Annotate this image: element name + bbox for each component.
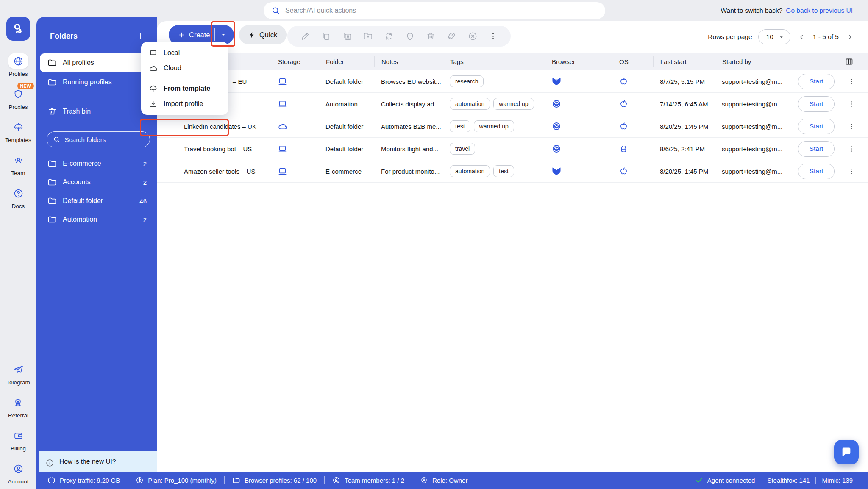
row-menu-button[interactable] [846, 121, 857, 132]
rail-label-proxies: Proxies [8, 104, 28, 110]
sidebar-item-all-profiles[interactable]: All profiles [40, 53, 157, 72]
rail-item-team[interactable]: Team [8, 153, 28, 176]
table-row[interactable]: LinkedIn candidates – UK Default folder … [157, 115, 868, 138]
kebab-icon [847, 145, 855, 153]
folder-name: Default folder [63, 197, 103, 205]
menu-item-import-profile[interactable]: Import profile [141, 96, 228, 111]
start-button[interactable]: Start [798, 164, 835, 179]
folder-search-input[interactable] [64, 136, 144, 143]
column-header-storage[interactable]: Storage [271, 56, 319, 67]
mimic-icon [551, 144, 562, 154]
multilogin-logo[interactable] [6, 17, 30, 41]
profile-name: Travel booking bot – US [157, 145, 271, 153]
menu-item-from-template[interactable]: From template [141, 81, 228, 96]
traffic-icon [47, 476, 56, 484]
rail-item-docs[interactable]: Docs [8, 186, 28, 209]
delete-icon[interactable] [424, 30, 437, 43]
stat-text: Proxy traffic: 9.20 GB [60, 477, 120, 484]
sidebar-item-trash-bin[interactable]: Trash bin [40, 102, 157, 121]
launch-rocket-icon[interactable] [445, 30, 458, 43]
rail-item-billing[interactable]: Billing [8, 428, 28, 452]
edit-icon[interactable] [299, 30, 312, 43]
row-menu-button[interactable] [846, 166, 857, 177]
folder-name: E-commerce [63, 160, 101, 167]
start-button[interactable]: Start [798, 141, 835, 157]
status-bar: Proxy traffic: 9.20 GB Plan: Pro_100 (mo… [36, 472, 868, 489]
template-globe-icon [13, 122, 24, 133]
sidebar-item-running-profiles[interactable]: Running profiles [40, 73, 157, 92]
sidebar-folder-ecommerce[interactable]: E-commerce 2 [36, 154, 157, 173]
sync-icon[interactable] [382, 30, 395, 43]
next-page-button[interactable] [845, 32, 855, 42]
rail-item-telegram[interactable]: Telegram [6, 362, 30, 386]
profile-notes: Collects display ad... [374, 100, 443, 108]
rows-per-page-select[interactable]: 10 [758, 29, 790, 44]
column-header-tags[interactable]: Tags [443, 56, 545, 67]
menu-item-cloud[interactable]: Cloud [141, 61, 228, 76]
profile-last-start: 8/6/25, 2:41 PM [653, 145, 715, 153]
rail-label-profiles: Profiles [8, 71, 28, 77]
folder-search[interactable] [47, 131, 150, 147]
sidebar-folder-accounts[interactable]: Accounts 2 [36, 173, 157, 192]
table-row[interactable]: – EU Default folder Browses EU websit...… [157, 70, 868, 93]
row-menu-button[interactable] [846, 76, 857, 87]
table-row[interactable]: Travel booking bot – US Default folder M… [157, 138, 868, 160]
columns-icon[interactable] [845, 57, 854, 66]
previous-page-button[interactable] [796, 32, 807, 42]
sidebar-folder-default[interactable]: Default folder 46 [36, 192, 157, 210]
add-folder-button[interactable] [135, 31, 146, 42]
quick-button[interactable]: Quick [239, 25, 287, 44]
create-dropdown-toggle[interactable] [215, 32, 232, 38]
column-header-browser[interactable]: Browser [545, 56, 612, 67]
duplicate-icon[interactable] [320, 30, 333, 43]
top-bar: Want to switch back? Go back to previous… [157, 0, 868, 21]
start-button[interactable]: Start [798, 96, 835, 112]
column-header-os[interactable]: OS [612, 56, 653, 67]
menu-item-label: Import profile [164, 100, 203, 108]
team-icon [13, 155, 24, 166]
sidebar-item-label: Running profiles [63, 78, 112, 86]
column-header-last-start[interactable]: Last start [653, 56, 715, 67]
rail-item-templates[interactable]: Templates [5, 119, 31, 143]
rail-item-proxies[interactable]: NEW Proxies [8, 86, 28, 110]
laptop-icon [278, 99, 287, 109]
table-row[interactable]: Amazon seller tools – US E-commerce For … [157, 160, 868, 183]
start-button[interactable]: Start [798, 74, 835, 89]
row-menu-button[interactable] [846, 143, 857, 155]
stat-team-members: Team members: 1 / 2 [324, 476, 412, 484]
rail-item-account[interactable]: Account [8, 461, 29, 485]
sidebar-divider [47, 97, 149, 97]
global-search[interactable] [264, 2, 605, 19]
android-icon [619, 144, 629, 154]
column-header-notes[interactable]: Notes [374, 56, 443, 67]
profile-notes: For product monito... [374, 168, 443, 175]
sidebar-divider [47, 126, 149, 126]
move-folder-icon[interactable] [362, 30, 375, 43]
search-icon [271, 6, 280, 15]
rail-label-billing: Billing [11, 445, 26, 452]
switch-back-link[interactable]: Go back to previous UI [786, 7, 853, 14]
folder-count: 2 [143, 160, 147, 167]
sidebar-folder-automation[interactable]: Automation 2 [36, 210, 157, 229]
rows-per-page-label: Rows per page [708, 33, 752, 41]
menu-item-local[interactable]: Local [141, 45, 228, 61]
stat-agent-connected: Agent connected [689, 476, 761, 484]
table-row[interactable]: Automation Collects display ad... automa… [157, 93, 868, 115]
folder-icon [232, 476, 240, 484]
clone-profile-icon[interactable] [341, 30, 354, 43]
start-button[interactable]: Start [798, 119, 835, 134]
folder-icon [47, 196, 57, 206]
column-header-folder[interactable]: Folder [319, 56, 374, 67]
global-search-input[interactable] [285, 7, 598, 14]
stop-icon[interactable] [466, 30, 479, 43]
tag: warmed up [493, 98, 534, 110]
proxy-pin-icon[interactable] [403, 30, 417, 43]
row-menu-button[interactable] [846, 98, 857, 110]
laptop-icon [149, 49, 158, 58]
livechat-button[interactable] [834, 440, 859, 464]
rail-item-referral[interactable]: Referral [8, 395, 28, 419]
more-icon[interactable] [487, 30, 499, 42]
column-header-started-by[interactable]: Started by [715, 56, 783, 67]
stat-text: Browser profiles: 62 / 100 [245, 477, 317, 484]
rail-item-profiles[interactable]: Profiles [8, 53, 28, 77]
